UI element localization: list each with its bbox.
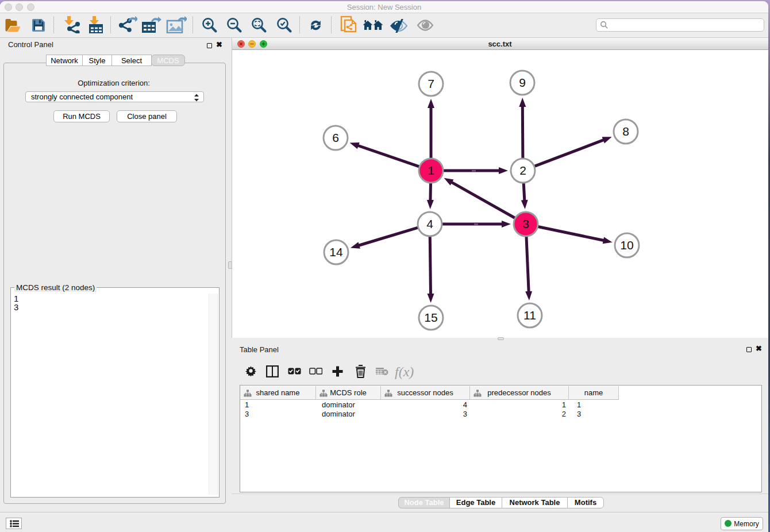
svg-text:10: 10 — [620, 238, 633, 252]
svg-text:6: 6 — [332, 131, 339, 144]
svg-text:15: 15 — [424, 311, 437, 324]
svg-text:14: 14 — [329, 245, 343, 259]
svg-text:2: 2 — [519, 164, 526, 177]
svg-text:9: 9 — [519, 76, 526, 89]
svg-text:4: 4 — [426, 217, 433, 230]
svg-text:11: 11 — [523, 309, 536, 322]
svg-text:8: 8 — [622, 125, 629, 138]
svg-text:3: 3 — [522, 217, 529, 230]
svg-text:7: 7 — [428, 77, 434, 90]
svg-text:1: 1 — [428, 164, 434, 177]
